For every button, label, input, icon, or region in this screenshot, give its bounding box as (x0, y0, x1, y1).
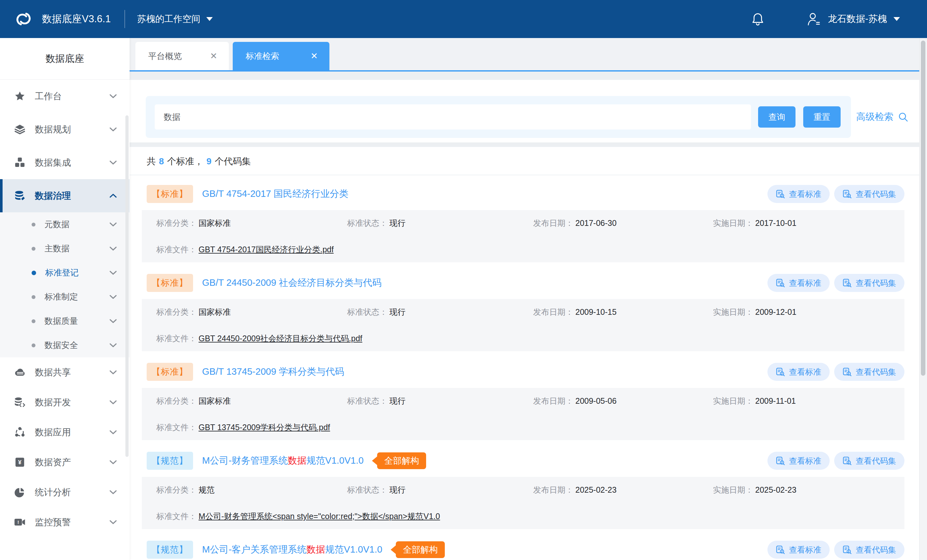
card-title-highlight: 数据 (288, 455, 307, 466)
card-title-text: 规范V1.0V1.0 (325, 544, 382, 554)
card-title-link[interactable]: GB/T 24450-2009 社会经济目标分类与代码 (202, 276, 381, 289)
field-file: 标准文件：GBT 4754-2017国民经济行业分类.pdf (157, 242, 334, 256)
results-divider (129, 175, 919, 175)
advanced-search-link[interactable]: 高级检索 (856, 96, 908, 138)
chevron-down-icon (109, 161, 117, 165)
view-standard-button[interactable]: 查看标准 (767, 274, 830, 292)
field-publish: 发布日期：2009-10-15 (533, 305, 617, 319)
chevron-down-icon (109, 490, 117, 494)
pill-label: 查看代码集 (856, 367, 896, 377)
sidebar-subitem-2[interactable]: 标准登记 (0, 261, 129, 285)
file-link[interactable]: GBT 4754-2017国民经济行业分类.pdf (199, 244, 334, 255)
view-codeset-button[interactable]: 查看代码集 (834, 363, 904, 381)
field-label: 标准分类： (157, 396, 197, 406)
file-link[interactable]: M公司-财务管理系统<span style="color:red;">数据</s… (199, 511, 440, 522)
app-logo-icon (14, 10, 33, 28)
view-standard-button[interactable]: 查看标准 (767, 541, 830, 559)
view-codeset-button[interactable]: 查看代码集 (834, 185, 904, 203)
sidebar-scrollbar[interactable] (125, 115, 129, 457)
card-tag: 【标准】 (147, 363, 193, 381)
view-codeset-button[interactable]: 查看代码集 (834, 452, 904, 470)
doc-search-icon (843, 190, 852, 199)
pill-label: 查看代码集 (856, 545, 896, 555)
reset-button[interactable]: 重置 (803, 106, 840, 127)
chevron-down-icon (109, 295, 117, 299)
field-value: 2017-06-30 (575, 219, 617, 228)
pill-label: 查看代码集 (856, 189, 896, 199)
field-label: 标准状态： (347, 396, 388, 406)
scrollbar-thumb[interactable] (921, 41, 925, 376)
field-value: 2025-02-23 (755, 485, 796, 495)
sidebar-subitem-5[interactable]: 数据安全 (0, 333, 129, 357)
tab-close-icon[interactable]: ✕ (310, 51, 318, 61)
sidebar-item-4[interactable]: 数据共享 (0, 357, 129, 387)
view-codeset-button[interactable]: 查看代码集 (834, 541, 904, 559)
card-title-text: GB/T 24450-2009 社会经济目标分类与代码 (202, 278, 381, 288)
tab-standard-search[interactable]: 标准检索 ✕ (233, 42, 330, 70)
user-menu[interactable]: 龙石数据-苏槐 (807, 12, 900, 26)
bullet-icon (32, 247, 35, 251)
card-title-row: 【标准】GB/T 13745-2009 学科分类与代码查看标准查看代码集 (129, 356, 919, 388)
sidebar-item-3[interactable]: 数据治理 (0, 179, 129, 212)
bullet-icon (32, 319, 35, 323)
pie-icon (13, 487, 26, 498)
sidebar-item-5[interactable]: 数据开发 (0, 387, 129, 417)
sidebar-item-2[interactable]: 数据集成 (0, 146, 129, 179)
file-link[interactable]: GBT 24450-2009社会经济目标分类与代码.pdf (199, 333, 362, 344)
standards-count: 8 (159, 156, 164, 167)
card-title-link[interactable]: M公司-财务管理系统数据规范V1.0V1.0 (202, 454, 363, 467)
card-details: 标准分类：规范标准状态：现行发布日期：2025-02-23实施日期：2025-0… (142, 477, 904, 529)
field-status: 标准状态：现行 (347, 394, 406, 408)
sidebar-item-0[interactable]: 工作台 (0, 80, 129, 113)
chevron-down-icon (109, 430, 117, 434)
sidebar-subitem-3[interactable]: 标准制定 (0, 285, 129, 309)
notifications-button[interactable] (751, 12, 764, 26)
card-tag: 【规范】 (147, 541, 193, 559)
field-file: 标准文件：GBT 13745-2009学科分类与代码.pdf (157, 420, 330, 434)
pill-label: 查看标准 (789, 455, 821, 466)
window-scrollbar[interactable] (919, 38, 927, 560)
standard-card: 【标准】GB/T 13745-2009 学科分类与代码查看标准查看代码集标准分类… (129, 356, 919, 440)
field-status: 标准状态：现行 (347, 216, 406, 230)
view-codeset-button[interactable]: 查看代码集 (834, 274, 904, 292)
sidebar-item-6[interactable]: 数据应用 (0, 417, 129, 447)
field-implement: 实施日期：2009-12-01 (713, 305, 796, 319)
search-input[interactable] (155, 105, 751, 129)
sidebar-item-1[interactable]: 数据规划 (0, 113, 129, 146)
view-standard-button[interactable]: 查看标准 (767, 363, 830, 381)
result-count: 共 8 个标准， 9 个代码集 (147, 155, 251, 168)
tab-label: 平台概览 (148, 51, 182, 62)
card-title-link[interactable]: GB/T 13745-2009 学科分类与代码 (202, 366, 344, 378)
sidebar-item-9[interactable]: !监控预警 (0, 507, 129, 537)
bullet-icon (32, 295, 35, 299)
card-title-text: GB/T 13745-2009 学科分类与代码 (202, 366, 344, 377)
sidebar-subitem-label: 标准制定 (44, 291, 109, 302)
sidebar-subitem-0[interactable]: 元数据 (0, 212, 129, 237)
workspace-switcher[interactable]: 苏槐的工作空间 (137, 13, 213, 25)
view-standard-button[interactable]: 查看标准 (767, 185, 830, 203)
cards-list: 【标准】GB/T 4754-2017 国民经济行业分类查看标准查看代码集标准分类… (129, 178, 919, 560)
sidebar-item-8[interactable]: 统计分析 (0, 477, 129, 507)
field-category: 标准分类：国家标准 (157, 394, 231, 408)
card-tag: 【标准】 (147, 274, 193, 292)
tab-platform-overview[interactable]: 平台概览 ✕ (135, 42, 229, 70)
tab-close-icon[interactable]: ✕ (210, 51, 217, 61)
sidebar-subitem-label: 主数据 (44, 243, 109, 254)
sidebar-subitem-1[interactable]: 主数据 (0, 237, 129, 261)
field-implement: 实施日期：2017-10-01 (713, 216, 796, 230)
sidebar-subitem-4[interactable]: 数据质量 (0, 309, 129, 333)
view-standard-button[interactable]: 查看标准 (767, 452, 830, 470)
card-title-row: 【规范】M公司-财务管理系统数据规范V1.0V1.0全部解构查看标准查看代码集 (129, 445, 919, 477)
topbar-divider (125, 10, 125, 28)
sidebar-title: 数据底座 (0, 38, 129, 80)
sidebar-item-label: 数据应用 (35, 426, 109, 439)
decompose-badge: 全部解构 (377, 452, 426, 469)
card-title-link[interactable]: M公司-客户关系管理系统数据规范V1.0V1.0 (202, 543, 382, 556)
query-button[interactable]: 查询 (758, 106, 795, 127)
field-label: 标准分类： (157, 218, 197, 228)
sidebar-item-label: 数据规划 (35, 123, 109, 136)
sidebar-item-7[interactable]: ¥数据资产 (0, 447, 129, 477)
card-title-link[interactable]: GB/T 4754-2017 国民经济行业分类 (202, 188, 348, 200)
field-label: 发布日期： (533, 396, 573, 406)
file-link[interactable]: GBT 13745-2009学科分类与代码.pdf (199, 422, 330, 433)
